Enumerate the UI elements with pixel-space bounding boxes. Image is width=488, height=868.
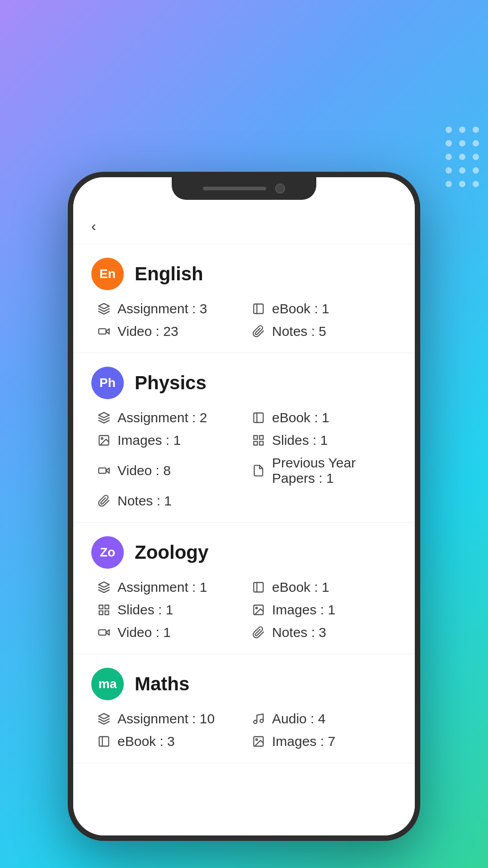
notch-camera: [275, 184, 285, 193]
svg-rect-14: [99, 468, 106, 473]
subject-name-maths: Maths: [135, 673, 189, 695]
layers-icon: [97, 580, 111, 594]
subject-header-english: EnEnglish: [91, 258, 397, 290]
subjects-list: EnEnglishAssignment : 3eBook : 1Video : …: [73, 244, 415, 763]
stat-item-english-1: eBook : 1: [251, 301, 397, 316]
stat-label: Notes : 5: [272, 324, 326, 339]
stat-item-maths-0: Assignment : 10: [97, 711, 242, 726]
file-icon: [251, 463, 266, 478]
svg-rect-20: [105, 605, 108, 609]
notch: [172, 177, 316, 200]
image-icon: [251, 734, 266, 749]
stat-item-physics-2: Images : 1: [97, 433, 242, 448]
stat-item-maths-1: Audio : 4: [251, 711, 397, 726]
phone-mockup: ‹ EnEnglishAssignment : 3eBook : 1Video …: [68, 172, 420, 841]
book-icon: [251, 580, 266, 594]
subject-header-physics: PhPhysics: [91, 367, 397, 399]
dots-decoration: [446, 127, 479, 187]
layers-icon: [97, 712, 111, 726]
book-icon: [251, 410, 266, 425]
grid-icon: [97, 603, 111, 617]
paperclip-icon: [251, 625, 266, 640]
svg-rect-30: [99, 737, 109, 746]
stat-label: Assignment : 10: [117, 711, 215, 726]
svg-rect-21: [105, 611, 108, 614]
subject-header-maths: maMaths: [91, 668, 397, 700]
stat-label: Video : 1: [117, 625, 171, 640]
subject-name-zoology: Zoology: [135, 542, 208, 563]
paperclip-icon: [251, 324, 266, 339]
stat-label: Video : 23: [117, 324, 178, 339]
stat-item-english-2: Video : 23: [97, 324, 242, 339]
svg-rect-6: [254, 413, 263, 423]
svg-point-28: [254, 721, 257, 724]
svg-marker-27: [99, 713, 109, 719]
stat-label: Video : 8: [117, 463, 171, 478]
subject-card-zoology: ZoZoologyAssignment : 1eBook : 1Slides :…: [73, 523, 415, 654]
svg-rect-17: [254, 583, 263, 592]
back-button[interactable]: ‹: [91, 218, 96, 235]
svg-point-33: [256, 739, 258, 741]
video-icon: [97, 625, 111, 640]
svg-point-29: [260, 719, 263, 722]
svg-rect-13: [254, 441, 258, 445]
subject-avatar-zoology: Zo: [91, 536, 124, 569]
stat-item-physics-5: Previous Year Papers : 1: [251, 455, 397, 486]
app-header: ‹: [73, 204, 415, 244]
stat-item-english-0: Assignment : 3: [97, 301, 242, 316]
subject-header-zoology: ZoZoology: [91, 536, 397, 569]
stat-label: Assignment : 2: [117, 410, 207, 425]
stat-item-zoology-2: Slides : 1: [97, 602, 242, 618]
layers-icon: [97, 410, 111, 425]
paperclip-icon: [97, 494, 111, 508]
stat-item-zoology-3: Images : 1: [251, 602, 397, 618]
stat-label: Images : 1: [117, 433, 181, 448]
svg-rect-3: [99, 329, 106, 334]
screen-content: ‹ EnEnglishAssignment : 3eBook : 1Video …: [73, 177, 415, 835]
stat-label: Slides : 1: [117, 602, 173, 618]
stat-label: Notes : 1: [117, 493, 172, 509]
stat-label: eBook : 3: [117, 734, 175, 749]
subject-card-physics: PhPhysicsAssignment : 2eBook : 1Images :…: [73, 353, 415, 523]
svg-point-9: [101, 438, 103, 439]
stat-label: Audio : 4: [272, 711, 325, 726]
stat-item-physics-1: eBook : 1: [251, 410, 397, 425]
subject-stats-zoology: Assignment : 1eBook : 1Slides : 1Images …: [91, 580, 397, 640]
subject-name-physics: Physics: [135, 372, 206, 394]
stat-item-zoology-0: Assignment : 1: [97, 580, 242, 595]
stat-label: Images : 1: [272, 602, 335, 618]
subject-avatar-physics: Ph: [91, 367, 124, 399]
stat-item-zoology-1: eBook : 1: [251, 580, 397, 595]
layers-icon: [97, 302, 111, 316]
book-icon: [251, 302, 266, 316]
phone-screen: ‹ EnEnglishAssignment : 3eBook : 1Video …: [73, 177, 415, 835]
stat-label: Slides : 1: [272, 433, 328, 448]
subject-stats-english: Assignment : 3eBook : 1Video : 23Notes :…: [91, 301, 397, 339]
subject-stats-maths: Assignment : 10Audio : 4eBook : 3Images …: [91, 711, 397, 749]
stat-label: eBook : 1: [272, 410, 329, 425]
phone-frame: ‹ EnEnglishAssignment : 3eBook : 1Video …: [68, 172, 420, 841]
music-icon: [251, 712, 266, 726]
stat-label: Notes : 3: [272, 625, 326, 640]
stat-item-zoology-4: Video : 1: [97, 625, 242, 640]
stat-label: Assignment : 1: [117, 580, 207, 595]
stat-item-english-3: Notes : 5: [251, 324, 397, 339]
svg-point-24: [256, 607, 258, 609]
image-icon: [97, 433, 111, 448]
stat-item-physics-3: Slides : 1: [251, 433, 397, 448]
stat-label: Assignment : 3: [117, 301, 207, 316]
subject-stats-physics: Assignment : 2eBook : 1Images : 1Slides …: [91, 410, 397, 509]
stat-label: eBook : 1: [272, 580, 329, 595]
stat-item-maths-2: eBook : 3: [97, 734, 242, 749]
subject-card-maths: maMathsAssignment : 10Audio : 4eBook : 3…: [73, 654, 415, 763]
svg-rect-25: [99, 630, 106, 635]
video-icon: [97, 324, 111, 339]
stat-item-physics-4: Video : 8: [97, 455, 242, 486]
subject-card-english: EnEnglishAssignment : 3eBook : 1Video : …: [73, 244, 415, 353]
video-icon: [97, 463, 111, 478]
grid-icon: [251, 433, 266, 448]
subject-avatar-maths: ma: [91, 668, 124, 700]
svg-rect-11: [259, 436, 263, 439]
stat-item-physics-0: Assignment : 2: [97, 410, 242, 425]
svg-marker-0: [99, 303, 109, 309]
